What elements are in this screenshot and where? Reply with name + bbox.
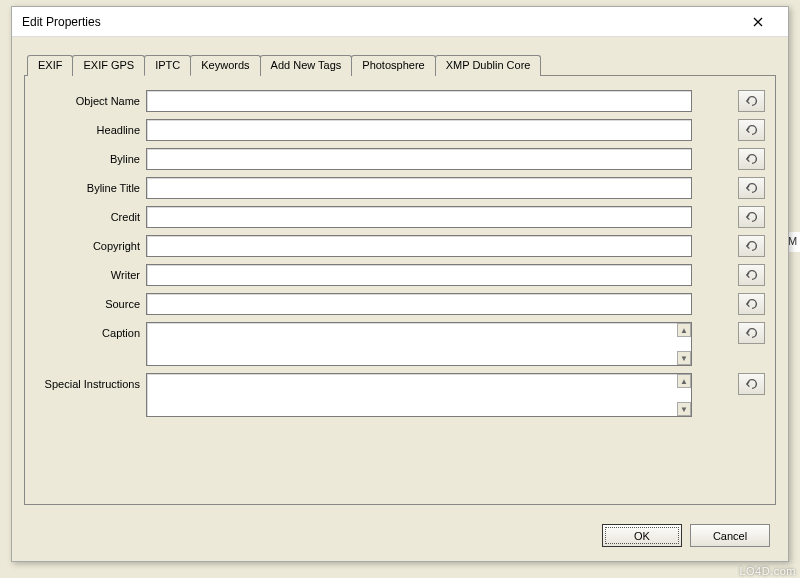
tab-iptc[interactable]: IPTC xyxy=(144,55,191,76)
undo-icon xyxy=(745,211,759,223)
row-headline: Headline xyxy=(35,119,765,141)
row-byline-title: Byline Title xyxy=(35,177,765,199)
textarea-special-instructions[interactable] xyxy=(146,373,692,417)
label-source: Source xyxy=(35,293,140,311)
row-copyright: Copyright xyxy=(35,235,765,257)
tab-photosphere[interactable]: Photosphere xyxy=(351,55,435,76)
content-area: EXIF EXIF GPS IPTC Keywords Add New Tags… xyxy=(12,37,788,561)
special-scroll: ▲ ▼ xyxy=(677,374,691,416)
ok-button[interactable]: OK xyxy=(602,524,682,547)
revert-copyright[interactable] xyxy=(738,235,765,257)
revert-caption[interactable] xyxy=(738,322,765,344)
row-source: Source xyxy=(35,293,765,315)
undo-icon xyxy=(745,298,759,310)
row-byline: Byline xyxy=(35,148,765,170)
undo-icon xyxy=(745,124,759,136)
revert-object-name[interactable] xyxy=(738,90,765,112)
close-button[interactable] xyxy=(738,8,778,36)
label-copyright: Copyright xyxy=(35,235,140,253)
input-headline[interactable] xyxy=(146,119,692,141)
row-object-name: Object Name xyxy=(35,90,765,112)
input-copyright[interactable] xyxy=(146,235,692,257)
title-bar: Edit Properties xyxy=(12,7,788,37)
textarea-caption[interactable] xyxy=(146,322,692,366)
close-icon xyxy=(753,17,763,27)
revert-byline-title[interactable] xyxy=(738,177,765,199)
tab-xmp-dublin-core[interactable]: XMP Dublin Core xyxy=(435,55,542,76)
label-credit: Credit xyxy=(35,206,140,224)
input-byline-title[interactable] xyxy=(146,177,692,199)
cancel-button[interactable]: Cancel xyxy=(690,524,770,547)
label-byline: Byline xyxy=(35,148,140,166)
row-writer: Writer xyxy=(35,264,765,286)
revert-writer[interactable] xyxy=(738,264,765,286)
tab-add-new-tags[interactable]: Add New Tags xyxy=(260,55,353,76)
input-byline[interactable] xyxy=(146,148,692,170)
label-byline-title: Byline Title xyxy=(35,177,140,195)
row-credit: Credit xyxy=(35,206,765,228)
undo-icon xyxy=(745,95,759,107)
label-writer: Writer xyxy=(35,264,140,282)
scroll-down-icon[interactable]: ▼ xyxy=(677,402,691,416)
caption-scroll: ▲ ▼ xyxy=(677,323,691,365)
tab-exif-gps[interactable]: EXIF GPS xyxy=(72,55,145,76)
undo-icon xyxy=(745,327,759,339)
undo-icon xyxy=(745,153,759,165)
revert-credit[interactable] xyxy=(738,206,765,228)
input-source[interactable] xyxy=(146,293,692,315)
scroll-down-icon[interactable]: ▼ xyxy=(677,351,691,365)
revert-headline[interactable] xyxy=(738,119,765,141)
watermark: LO4D.com xyxy=(739,565,796,577)
tabs-container: EXIF EXIF GPS IPTC Keywords Add New Tags… xyxy=(24,55,776,505)
undo-icon xyxy=(745,240,759,252)
tab-panel-iptc: Object Name Headline Byline xyxy=(24,75,776,505)
scroll-up-icon[interactable]: ▲ xyxy=(677,323,691,337)
undo-icon xyxy=(745,182,759,194)
window-title: Edit Properties xyxy=(22,15,101,29)
input-credit[interactable] xyxy=(146,206,692,228)
edit-properties-dialog: Edit Properties EXIF EXIF GPS IPTC Keywo… xyxy=(11,6,789,562)
label-headline: Headline xyxy=(35,119,140,137)
tab-strip: EXIF EXIF GPS IPTC Keywords Add New Tags… xyxy=(27,55,776,76)
undo-icon xyxy=(745,269,759,281)
label-special-instructions: Special Instructions xyxy=(35,373,140,391)
scroll-up-icon[interactable]: ▲ xyxy=(677,374,691,388)
dialog-buttons: OK Cancel xyxy=(602,524,770,547)
revert-source[interactable] xyxy=(738,293,765,315)
label-object-name: Object Name xyxy=(35,90,140,108)
row-special-instructions: Special Instructions ▲ ▼ xyxy=(35,373,765,417)
revert-byline[interactable] xyxy=(738,148,765,170)
undo-icon xyxy=(745,378,759,390)
input-writer[interactable] xyxy=(146,264,692,286)
input-object-name[interactable] xyxy=(146,90,692,112)
revert-special-instructions[interactable] xyxy=(738,373,765,395)
tab-keywords[interactable]: Keywords xyxy=(190,55,260,76)
tab-exif[interactable]: EXIF xyxy=(27,55,73,76)
row-caption: Caption ▲ ▼ xyxy=(35,322,765,366)
label-caption: Caption xyxy=(35,322,140,340)
